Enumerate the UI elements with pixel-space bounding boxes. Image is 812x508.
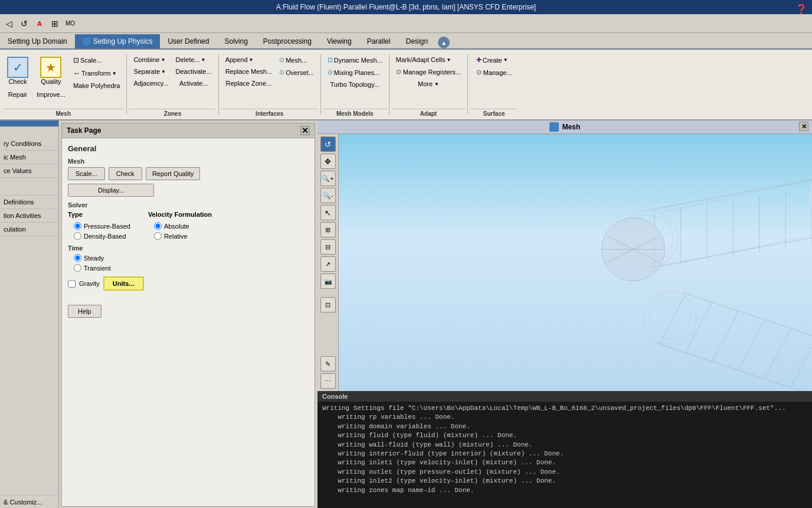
repair-label: Repair [8, 91, 27, 98]
console-content[interactable]: Writing Settings file "C:\Users\Bo\AppDa… [317, 402, 812, 508]
tool-zoom-region[interactable]: ⊟ [320, 239, 336, 255]
replace-zone-button[interactable]: Replace Zone... [222, 78, 275, 89]
mark-adapt-button[interactable]: Mark/Adapt Cells ▼ [393, 54, 464, 65]
sidebar-item-solution-activities[interactable]: tion Activities [0, 209, 58, 223]
turbo-topology-button[interactable]: Turbo Topology... [325, 79, 385, 90]
solver-type-group: Type Pressure-Based Density-Based [68, 211, 130, 240]
sidebar-item-customize[interactable]: & Customiz... [0, 496, 58, 508]
tool-annotation[interactable]: ✎ [320, 356, 336, 372]
create-surface-button[interactable]: ✚ Create ▼ [473, 54, 515, 66]
divider-1 [126, 54, 127, 115]
pipe2-cross-6 [791, 337, 812, 387]
ribbon-group-adapt: Mark/Adapt Cells ▼ ⊙ Manage Registers...… [392, 52, 465, 117]
tab-parallel[interactable]: Parallel [359, 34, 398, 48]
report-quality-button[interactable]: Report Quality [146, 167, 200, 180]
console-area: Console Writing Settings file "C:\Users\… [317, 391, 812, 508]
repair-button[interactable]: Repair [5, 89, 31, 100]
display-mesh-button[interactable]: Display... [68, 184, 154, 197]
density-based-radio[interactable] [74, 232, 81, 240]
time-radio-group: Steady Transient [74, 254, 309, 272]
transient-radio[interactable] [74, 264, 81, 272]
sidebar-item-ce-values[interactable]: ce Values [0, 164, 58, 178]
tool-zoom-out[interactable]: 🔍- [320, 188, 336, 203]
density-based-label: Density-Based [84, 233, 126, 240]
mixing-planes-button[interactable]: ⊙ Mixing Planes... [325, 67, 385, 78]
solver-options: Type Pressure-Based Density-Based Veloci [68, 211, 309, 240]
viewport-close-button[interactable]: ✕ [799, 122, 808, 131]
toolbar-icon-mo[interactable]: MO [64, 17, 77, 30]
toolbar-icon-1[interactable]: ◁ [2, 17, 15, 30]
more-adapt-button[interactable]: More ▼ [393, 79, 464, 89]
sidebar-item-definitions[interactable]: Definitions [0, 196, 58, 209]
sidebar-item-ic-mesh[interactable]: ic Mesh [0, 151, 58, 164]
append-button[interactable]: Append ▼ [222, 54, 275, 65]
surface-group-label: Surface [470, 109, 518, 117]
manage-surface-button[interactable]: ⊙ Manage... [473, 67, 515, 78]
adjacency-button[interactable]: Adjacency... [130, 78, 171, 89]
activate-button[interactable]: Activate... [173, 78, 215, 89]
sidebar-item-setup[interactable] [0, 121, 58, 127]
steady-radio[interactable] [74, 254, 81, 262]
help-icon[interactable]: ❓ [795, 4, 807, 15]
tab-setting-up-physics[interactable]: Setting Up Physics [75, 34, 161, 48]
toolbar-icon-ansys[interactable]: A [33, 17, 46, 30]
tab-solving[interactable]: Solving [217, 34, 255, 48]
interfaces-group-label: Interfaces [221, 109, 318, 117]
improve-button[interactable]: Improve... [33, 89, 69, 100]
sidebar-item-bc[interactable]: ry Conditions [0, 127, 58, 151]
sidebar-item-calculation[interactable]: culation [0, 223, 58, 236]
tool-camera[interactable]: 📷 [320, 273, 336, 289]
tool-pan[interactable]: ✥ [320, 154, 336, 169]
tool-rotate[interactable]: ↗ [320, 256, 336, 272]
expand-tabs-btn[interactable]: ▲ [438, 37, 450, 48]
activate-label: Activate... [179, 80, 208, 87]
tab-setting-up-domain[interactable]: Setting Up Domain [0, 34, 75, 48]
scale-button[interactable]: ⊡ Scale... [70, 54, 123, 66]
make-polyhedra-button[interactable]: Make Polyhedra [70, 80, 123, 91]
zones-ribbon-items: Combine ▼ Separate ▼ Adjacency... Delete… [129, 52, 215, 109]
scale-mesh-button[interactable]: Scale... [68, 167, 105, 180]
adapt-group-label: Adapt [392, 109, 465, 117]
deactivate-button[interactable]: Deactivate... [173, 66, 215, 77]
tab-user-defined[interactable]: User Defined [160, 34, 217, 48]
dynamic-mesh-button[interactable]: ⊡ Dynamic Mesh... [325, 54, 385, 66]
check-mesh-button[interactable]: Check [109, 167, 142, 180]
replace-mesh-button[interactable]: Replace Mesh... [222, 66, 275, 77]
pressure-based-radio[interactable] [74, 222, 81, 230]
mesh-if-button[interactable]: ⊙ Mesh... [276, 54, 317, 66]
tool-refresh[interactable]: ↺ [320, 136, 336, 152]
tool-zoom-in[interactable]: 🔍+ [320, 171, 336, 186]
sidebar-item-empty1 [0, 178, 58, 196]
delete-button[interactable]: Delete... ▼ [173, 54, 215, 65]
gravity-checkbox[interactable] [68, 280, 76, 288]
tab-viewing[interactable]: Viewing [319, 34, 359, 48]
separate-arrow: ▼ [161, 69, 166, 74]
check-button[interactable]: ✓ Check [4, 54, 32, 87]
overset-button[interactable]: ⊙ Overset... [276, 67, 317, 78]
help-button[interactable]: Help [68, 305, 102, 318]
tool-layout[interactable]: ⊡ [320, 297, 336, 312]
tool-more[interactable]: ⋯ [320, 373, 336, 389]
viewport-header: Mesh ✕ [317, 121, 812, 134]
pipe2-cross-4 [738, 320, 765, 370]
manage-registers-button[interactable]: ⊙ Manage Registers... [393, 66, 464, 77]
tab-postprocessing[interactable]: Postprocessing [256, 34, 319, 48]
tool-select[interactable]: ↖ [320, 205, 336, 220]
console-header: Console [317, 391, 812, 402]
task-page-close-button[interactable]: ✕ [300, 126, 310, 135]
toolbar-icon-2[interactable]: ↺ [18, 17, 31, 30]
ribbon-content: ✓ Check Repair ★ Quality Improve... ⊡ [0, 50, 812, 121]
absolute-radio[interactable] [154, 222, 162, 230]
toolbar-icon-grid[interactable]: ⊞ [48, 17, 61, 30]
combine-button[interactable]: Combine ▼ [130, 54, 171, 65]
ribbon-group-surface: ✚ Create ▼ ⊙ Manage... Surface [470, 52, 518, 117]
relative-radio[interactable] [154, 232, 162, 240]
quality-button[interactable]: ★ Quality [37, 54, 65, 87]
check-label: Check [8, 78, 27, 85]
transform-button[interactable]: ↔ Transform ▼ [70, 67, 123, 79]
separate-button[interactable]: Separate ▼ [130, 66, 171, 77]
units-button[interactable]: Units... [103, 276, 144, 291]
tool-zoom-fit[interactable]: ⊞ [320, 222, 336, 237]
joint-group [602, 218, 665, 281]
tab-design[interactable]: Design [398, 34, 436, 48]
